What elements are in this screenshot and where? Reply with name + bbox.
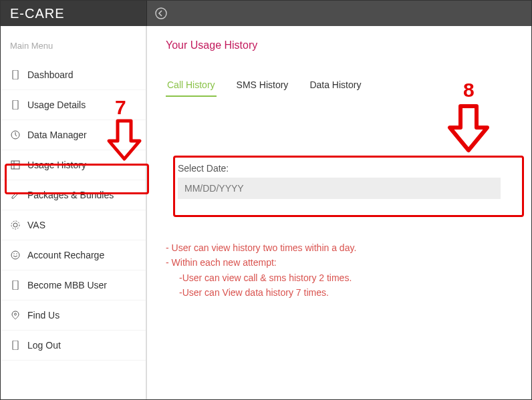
- smile-icon: [10, 250, 21, 260]
- sidebar-item-usage-history[interactable]: Usage History: [1, 150, 146, 180]
- svg-point-7: [13, 223, 17, 227]
- grid-icon: [10, 160, 21, 170]
- sidebar-item-mbb[interactable]: Become MBB User: [1, 270, 146, 301]
- date-block: Select Date:: [166, 151, 513, 211]
- sidebar-item-logout[interactable]: Log Out: [1, 331, 146, 361]
- phone-icon: [10, 69, 21, 80]
- info-line: - User can view history two times within…: [166, 240, 513, 255]
- main-content: Your Usage History Call History SMS Hist…: [146, 26, 531, 400]
- info-list: - User can view history two times within…: [166, 240, 513, 301]
- sidebar-item-findus[interactable]: Find Us: [1, 301, 146, 331]
- sidebar-item-label: Dashboard: [27, 69, 74, 80]
- header-toolbar: [146, 1, 531, 26]
- edit-icon: [10, 190, 21, 200]
- phone-icon: [10, 340, 21, 351]
- phone-icon: [10, 280, 21, 290]
- header: E-CARE: [1, 1, 531, 26]
- svg-rect-4: [11, 161, 19, 169]
- page-title: Your Usage History: [166, 39, 513, 51]
- svg-point-10: [13, 253, 14, 254]
- svg-point-11: [16, 253, 17, 254]
- sidebar-item-label: Data Manager: [27, 130, 87, 140]
- sidebar-item-recharge[interactable]: Account Recharge: [1, 240, 146, 270]
- sidebar-heading: Main Menu: [1, 26, 146, 60]
- phone-icon: [10, 99, 21, 110]
- tab-call-history[interactable]: Call History: [166, 74, 217, 97]
- tabs: Call History SMS History Data History: [166, 74, 513, 97]
- svg-rect-1: [13, 70, 18, 79]
- info-line: -User can View data history 7 times.: [166, 285, 513, 300]
- sidebar-item-data-manager[interactable]: Data Manager: [1, 120, 146, 150]
- svg-point-0: [156, 8, 166, 19]
- svg-point-9: [11, 251, 19, 259]
- svg-rect-2: [13, 100, 18, 110]
- pin-icon: [10, 310, 21, 321]
- svg-rect-14: [13, 341, 18, 350]
- back-icon[interactable]: [154, 6, 168, 21]
- svg-rect-12: [13, 280, 18, 290]
- gear-icon: [10, 220, 21, 230]
- sidebar-item-packages[interactable]: Packages & Bundles: [1, 180, 146, 210]
- sidebar-item-label: Find Us: [27, 310, 59, 321]
- tab-data-history[interactable]: Data History: [308, 74, 362, 97]
- sidebar-item-label: Log Out: [27, 340, 61, 351]
- sidebar-item-label: Become MBB User: [27, 280, 107, 290]
- sidebar-item-vas[interactable]: VAS: [1, 210, 146, 240]
- tab-sms-history[interactable]: SMS History: [235, 74, 290, 97]
- date-label: Select Date:: [178, 163, 501, 174]
- date-input[interactable]: [178, 178, 501, 199]
- info-line: - Within each new attempt:: [166, 255, 513, 270]
- svg-point-13: [15, 313, 17, 315]
- sidebar-item-label: Packages & Bundles: [27, 190, 114, 200]
- svg-point-8: [11, 221, 19, 229]
- sidebar-item-label: Usage History: [27, 160, 86, 170]
- clock-icon: [10, 130, 21, 140]
- sidebar-item-usage-details[interactable]: Usage Details: [1, 90, 146, 120]
- sidebar-item-dashboard[interactable]: Dashboard: [1, 60, 146, 90]
- sidebar-item-label: Account Recharge: [27, 250, 104, 260]
- brand-title: E-CARE: [1, 6, 146, 21]
- sidebar-item-label: VAS: [27, 220, 45, 230]
- info-line: -User can view call & sms history 2 time…: [166, 270, 513, 285]
- sidebar: Main Menu Dashboard Usage Details Data M…: [1, 26, 146, 400]
- sidebar-item-label: Usage Details: [27, 99, 86, 110]
